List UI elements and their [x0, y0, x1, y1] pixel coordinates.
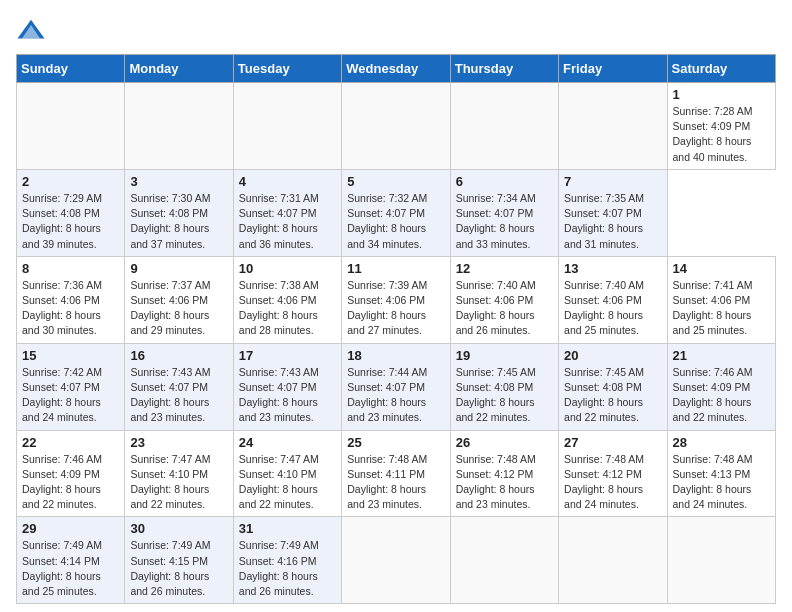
- logo-icon: [16, 16, 46, 46]
- calendar-header-thursday: Thursday: [450, 55, 558, 83]
- calendar-cell: 24Sunrise: 7:47 AMSunset: 4:10 PMDayligh…: [233, 430, 341, 517]
- day-info: Sunrise: 7:48 AMSunset: 4:13 PMDaylight:…: [673, 452, 770, 513]
- day-info: Sunrise: 7:30 AMSunset: 4:08 PMDaylight:…: [130, 191, 227, 252]
- calendar-header-monday: Monday: [125, 55, 233, 83]
- calendar-cell: 25Sunrise: 7:48 AMSunset: 4:11 PMDayligh…: [342, 430, 450, 517]
- day-number: 23: [130, 435, 227, 450]
- day-info: Sunrise: 7:43 AMSunset: 4:07 PMDaylight:…: [130, 365, 227, 426]
- calendar-cell: [450, 83, 558, 170]
- calendar-cell: 21Sunrise: 7:46 AMSunset: 4:09 PMDayligh…: [667, 343, 775, 430]
- day-number: 22: [22, 435, 119, 450]
- calendar-cell: 28Sunrise: 7:48 AMSunset: 4:13 PMDayligh…: [667, 430, 775, 517]
- calendar-header-friday: Friday: [559, 55, 667, 83]
- day-info: Sunrise: 7:39 AMSunset: 4:06 PMDaylight:…: [347, 278, 444, 339]
- day-number: 20: [564, 348, 661, 363]
- day-info: Sunrise: 7:43 AMSunset: 4:07 PMDaylight:…: [239, 365, 336, 426]
- calendar-cell: 9Sunrise: 7:37 AMSunset: 4:06 PMDaylight…: [125, 256, 233, 343]
- day-number: 25: [347, 435, 444, 450]
- calendar-cell: 11Sunrise: 7:39 AMSunset: 4:06 PMDayligh…: [342, 256, 450, 343]
- calendar-cell: 19Sunrise: 7:45 AMSunset: 4:08 PMDayligh…: [450, 343, 558, 430]
- calendar-cell: 1Sunrise: 7:28 AMSunset: 4:09 PMDaylight…: [667, 83, 775, 170]
- day-info: Sunrise: 7:31 AMSunset: 4:07 PMDaylight:…: [239, 191, 336, 252]
- day-number: 21: [673, 348, 770, 363]
- calendar-cell: [125, 83, 233, 170]
- day-number: 12: [456, 261, 553, 276]
- day-info: Sunrise: 7:45 AMSunset: 4:08 PMDaylight:…: [456, 365, 553, 426]
- day-info: Sunrise: 7:49 AMSunset: 4:16 PMDaylight:…: [239, 538, 336, 599]
- logo: [16, 16, 50, 46]
- calendar-cell: 27Sunrise: 7:48 AMSunset: 4:12 PMDayligh…: [559, 430, 667, 517]
- calendar-cell: 31Sunrise: 7:49 AMSunset: 4:16 PMDayligh…: [233, 517, 341, 604]
- calendar-cell: [342, 517, 450, 604]
- day-info: Sunrise: 7:48 AMSunset: 4:11 PMDaylight:…: [347, 452, 444, 513]
- calendar-cell: [450, 517, 558, 604]
- day-info: Sunrise: 7:49 AMSunset: 4:14 PMDaylight:…: [22, 538, 119, 599]
- calendar-cell: 26Sunrise: 7:48 AMSunset: 4:12 PMDayligh…: [450, 430, 558, 517]
- day-number: 26: [456, 435, 553, 450]
- day-info: Sunrise: 7:34 AMSunset: 4:07 PMDaylight:…: [456, 191, 553, 252]
- day-number: 2: [22, 174, 119, 189]
- day-number: 19: [456, 348, 553, 363]
- calendar-header-sunday: Sunday: [17, 55, 125, 83]
- day-number: 1: [673, 87, 770, 102]
- day-number: 18: [347, 348, 444, 363]
- day-number: 30: [130, 521, 227, 536]
- day-info: Sunrise: 7:48 AMSunset: 4:12 PMDaylight:…: [456, 452, 553, 513]
- calendar-table: SundayMondayTuesdayWednesdayThursdayFrid…: [16, 54, 776, 604]
- day-number: 10: [239, 261, 336, 276]
- calendar-week-row: 22Sunrise: 7:46 AMSunset: 4:09 PMDayligh…: [17, 430, 776, 517]
- day-number: 15: [22, 348, 119, 363]
- day-number: 24: [239, 435, 336, 450]
- calendar-cell: 18Sunrise: 7:44 AMSunset: 4:07 PMDayligh…: [342, 343, 450, 430]
- day-number: 16: [130, 348, 227, 363]
- day-number: 5: [347, 174, 444, 189]
- calendar-cell: 30Sunrise: 7:49 AMSunset: 4:15 PMDayligh…: [125, 517, 233, 604]
- calendar-cell: 3Sunrise: 7:30 AMSunset: 4:08 PMDaylight…: [125, 169, 233, 256]
- calendar-cell: 16Sunrise: 7:43 AMSunset: 4:07 PMDayligh…: [125, 343, 233, 430]
- calendar-week-row: 15Sunrise: 7:42 AMSunset: 4:07 PMDayligh…: [17, 343, 776, 430]
- day-number: 11: [347, 261, 444, 276]
- calendar-cell: 5Sunrise: 7:32 AMSunset: 4:07 PMDaylight…: [342, 169, 450, 256]
- day-info: Sunrise: 7:36 AMSunset: 4:06 PMDaylight:…: [22, 278, 119, 339]
- calendar-cell: 17Sunrise: 7:43 AMSunset: 4:07 PMDayligh…: [233, 343, 341, 430]
- calendar-cell: 20Sunrise: 7:45 AMSunset: 4:08 PMDayligh…: [559, 343, 667, 430]
- day-number: 31: [239, 521, 336, 536]
- calendar-cell: 13Sunrise: 7:40 AMSunset: 4:06 PMDayligh…: [559, 256, 667, 343]
- day-number: 27: [564, 435, 661, 450]
- day-info: Sunrise: 7:38 AMSunset: 4:06 PMDaylight:…: [239, 278, 336, 339]
- day-info: Sunrise: 7:48 AMSunset: 4:12 PMDaylight:…: [564, 452, 661, 513]
- calendar-header-saturday: Saturday: [667, 55, 775, 83]
- day-info: Sunrise: 7:32 AMSunset: 4:07 PMDaylight:…: [347, 191, 444, 252]
- day-number: 4: [239, 174, 336, 189]
- calendar-cell: 2Sunrise: 7:29 AMSunset: 4:08 PMDaylight…: [17, 169, 125, 256]
- calendar-week-row: 8Sunrise: 7:36 AMSunset: 4:06 PMDaylight…: [17, 256, 776, 343]
- day-info: Sunrise: 7:45 AMSunset: 4:08 PMDaylight:…: [564, 365, 661, 426]
- page-header: [16, 16, 776, 46]
- day-info: Sunrise: 7:46 AMSunset: 4:09 PMDaylight:…: [22, 452, 119, 513]
- day-info: Sunrise: 7:29 AMSunset: 4:08 PMDaylight:…: [22, 191, 119, 252]
- calendar-cell: [667, 517, 775, 604]
- calendar-cell: 6Sunrise: 7:34 AMSunset: 4:07 PMDaylight…: [450, 169, 558, 256]
- calendar-cell: [559, 83, 667, 170]
- day-info: Sunrise: 7:40 AMSunset: 4:06 PMDaylight:…: [456, 278, 553, 339]
- calendar-cell: [559, 517, 667, 604]
- calendar-cell: 15Sunrise: 7:42 AMSunset: 4:07 PMDayligh…: [17, 343, 125, 430]
- day-number: 29: [22, 521, 119, 536]
- day-info: Sunrise: 7:49 AMSunset: 4:15 PMDaylight:…: [130, 538, 227, 599]
- day-info: Sunrise: 7:47 AMSunset: 4:10 PMDaylight:…: [239, 452, 336, 513]
- calendar-header-row: SundayMondayTuesdayWednesdayThursdayFrid…: [17, 55, 776, 83]
- day-info: Sunrise: 7:35 AMSunset: 4:07 PMDaylight:…: [564, 191, 661, 252]
- calendar-header-wednesday: Wednesday: [342, 55, 450, 83]
- day-info: Sunrise: 7:42 AMSunset: 4:07 PMDaylight:…: [22, 365, 119, 426]
- calendar-week-row: 2Sunrise: 7:29 AMSunset: 4:08 PMDaylight…: [17, 169, 776, 256]
- calendar-cell: 8Sunrise: 7:36 AMSunset: 4:06 PMDaylight…: [17, 256, 125, 343]
- calendar-cell: 22Sunrise: 7:46 AMSunset: 4:09 PMDayligh…: [17, 430, 125, 517]
- calendar-week-row: 1Sunrise: 7:28 AMSunset: 4:09 PMDaylight…: [17, 83, 776, 170]
- day-number: 9: [130, 261, 227, 276]
- calendar-cell: 4Sunrise: 7:31 AMSunset: 4:07 PMDaylight…: [233, 169, 341, 256]
- day-info: Sunrise: 7:46 AMSunset: 4:09 PMDaylight:…: [673, 365, 770, 426]
- calendar-header-tuesday: Tuesday: [233, 55, 341, 83]
- calendar-cell: 29Sunrise: 7:49 AMSunset: 4:14 PMDayligh…: [17, 517, 125, 604]
- day-info: Sunrise: 7:40 AMSunset: 4:06 PMDaylight:…: [564, 278, 661, 339]
- day-number: 3: [130, 174, 227, 189]
